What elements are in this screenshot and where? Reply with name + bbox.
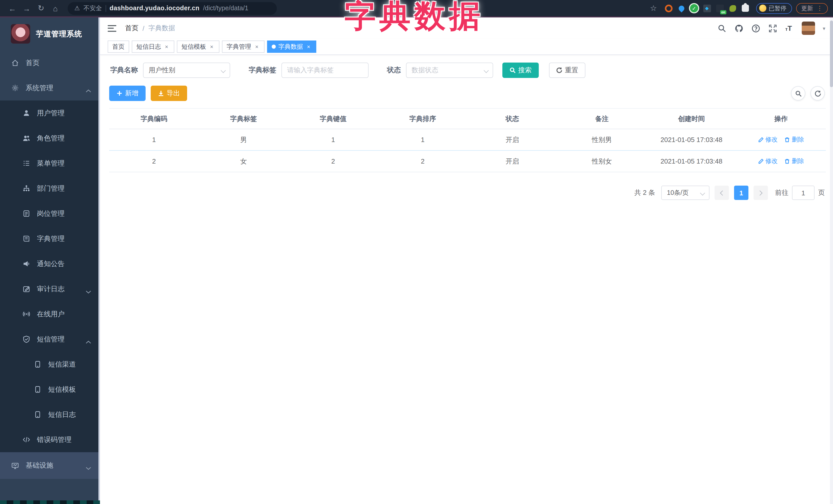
forward-icon[interactable]: → — [21, 4, 32, 13]
dict-data-table: 字典编码 字典标签 字典键值 字典排序 状态 备注 创建时间 操作 1 — [109, 108, 826, 172]
tab-dict-mgmt[interactable]: 字典管理× — [222, 41, 264, 53]
user-icon — [23, 109, 30, 117]
col-header: 字典标签 — [199, 109, 289, 129]
tab-home[interactable]: 首页 — [108, 41, 129, 53]
scrollbar-thumb[interactable] — [830, 21, 833, 87]
home-icon[interactable]: ⌂ — [50, 4, 61, 13]
table-row[interactable]: 2 女 2 2 开启 性别女 2021-01-05 17:03:48 修改 删除 — [109, 150, 826, 172]
sidebar-item-dict-mgmt[interactable]: 字典管理 — [0, 226, 100, 251]
github-icon[interactable] — [735, 24, 744, 33]
fullscreen-icon[interactable] — [768, 24, 778, 33]
home-icon — [11, 59, 19, 67]
status-select[interactable]: 数据状态 — [406, 63, 493, 78]
extension-leaf-icon[interactable] — [728, 4, 737, 13]
breadcrumb-current: 字典数据 — [148, 24, 175, 33]
extension-check-icon[interactable]: ✓ — [690, 4, 698, 13]
tab-sms-template[interactable]: 短信模板× — [177, 41, 219, 53]
delete-link[interactable]: 删除 — [785, 157, 804, 166]
export-button[interactable]: 导出 — [151, 86, 187, 101]
sidebar-item-audit-log[interactable]: 审计日志 — [0, 277, 100, 302]
extension-diamond-icon[interactable]: ◆ — [703, 4, 711, 13]
page-size-select[interactable]: 10条/页 — [661, 186, 710, 200]
page-suffix: 页 — [818, 188, 825, 197]
breadcrumb-home[interactable]: 首页 — [125, 24, 138, 33]
bookmark-star-icon[interactable]: ☆ — [650, 4, 657, 13]
sidebar-item-label: 部门管理 — [37, 184, 65, 193]
cell-actions: 修改 删除 — [736, 129, 826, 150]
sidebar-item-sms-template[interactable]: 短信模板 — [0, 377, 100, 402]
chevron-down-icon — [484, 68, 489, 73]
goto-page-input[interactable] — [792, 186, 814, 200]
collapse-sidebar-icon[interactable] — [108, 25, 116, 31]
table-toolbar: 新增 导出 — [109, 86, 826, 101]
monitor-icon — [11, 462, 19, 470]
paused-label: 已暂停 — [769, 4, 786, 12]
refresh-icon — [814, 90, 821, 97]
avatar-caret-icon[interactable]: ▾ — [823, 25, 825, 31]
profile-paused-chip[interactable]: 已暂停 — [756, 3, 792, 14]
sidebar-item-menu-mgmt[interactable]: 菜单管理 — [0, 151, 100, 176]
delete-link[interactable]: 删除 — [785, 135, 804, 144]
sidebar-item-post-mgmt[interactable]: 岗位管理 — [0, 201, 100, 226]
breadcrumb-separator: / — [143, 24, 144, 32]
sidebar-item-online-users[interactable]: 在线用户 — [0, 302, 100, 327]
sidebar-item-home[interactable]: 首页 — [0, 50, 100, 75]
sidebar-item-sms-mgmt[interactable]: 短信管理 — [0, 327, 100, 352]
extension-on-icon[interactable]: on — [715, 4, 724, 13]
address-bar[interactable]: ⚠ 不安全 dashboard.yudao.iocoder.cn/dict/ty… — [68, 2, 277, 15]
close-tab-icon[interactable]: × — [254, 44, 260, 50]
sidebar-item-errcode-mgmt[interactable]: 错误码管理 — [0, 427, 100, 452]
dict-name-select[interactable]: 用户性别 — [143, 63, 230, 78]
cell-code: 2 — [109, 150, 199, 172]
cell-tag: 女 — [199, 150, 289, 172]
update-button[interactable]: 更新 ⋮ — [796, 3, 828, 14]
current-page-button[interactable]: 1 — [734, 186, 748, 200]
refresh-table-button[interactable] — [810, 86, 825, 100]
sidebar-item-system[interactable]: 系统管理 — [0, 75, 100, 100]
col-header: 字典排序 — [378, 109, 468, 129]
online-icon — [23, 310, 30, 318]
help-icon[interactable] — [752, 24, 761, 33]
pagination: 共 2 条 10条/页 1 前往 页 — [109, 186, 826, 200]
org-tree-icon — [23, 185, 30, 192]
tab-sms-log[interactable]: 短信日志× — [132, 41, 174, 53]
font-size-icon[interactable]: тT — [785, 24, 792, 32]
toggle-search-button[interactable] — [791, 86, 805, 100]
extension-drop-icon[interactable] — [677, 4, 686, 13]
edit-link[interactable]: 修改 — [758, 135, 778, 144]
add-button[interactable]: 新增 — [109, 86, 146, 101]
page-scrollbar[interactable] — [830, 18, 833, 504]
sidebar-item-dept-mgmt[interactable]: 部门管理 — [0, 176, 100, 201]
browser-menu-kebab-icon[interactable]: ⋮ — [816, 5, 823, 12]
sidebar-item-user-mgmt[interactable]: 用户管理 — [0, 100, 100, 126]
sidebar-item-infra[interactable]: 基础设施 — [0, 452, 100, 479]
gear-icon — [11, 84, 19, 92]
dict-tag-input[interactable]: 请输入字典标签 — [281, 63, 368, 78]
user-avatar[interactable] — [802, 22, 815, 35]
close-tab-icon[interactable]: × — [209, 44, 215, 50]
logo-row[interactable]: 芋道管理系统 — [0, 18, 100, 50]
sidebar: 芋道管理系统 首页 系统管理 用户管理 角色管理 菜单管理 — [0, 18, 100, 504]
back-icon[interactable]: ← — [7, 4, 18, 13]
prev-page-button[interactable] — [715, 186, 729, 200]
edit-link[interactable]: 修改 — [758, 157, 778, 166]
sidebar-item-label: 错误码管理 — [37, 435, 72, 444]
sidebar-item-role-mgmt[interactable]: 角色管理 — [0, 126, 100, 151]
col-header: 字典编码 — [109, 109, 199, 129]
sidebar-item-sms-log[interactable]: 短信日志 — [0, 402, 100, 427]
sidebar-item-notice[interactable]: 通知公告 — [0, 251, 100, 277]
sidebar-item-sms-channel[interactable]: 短信渠道 — [0, 352, 100, 377]
sidebar-item-label: 审计日志 — [37, 284, 65, 293]
next-page-button[interactable] — [754, 186, 768, 200]
close-tab-icon[interactable]: × — [164, 44, 170, 50]
reload-icon[interactable]: ↻ — [35, 4, 47, 13]
extensions-puzzle-icon[interactable] — [741, 4, 750, 13]
page-content: 字典名称 用户性别 字典标签 请输入字典标签 状态 数据状态 — [100, 55, 833, 504]
tab-dict-data[interactable]: 字典数据× — [267, 41, 316, 53]
search-icon[interactable] — [718, 24, 727, 33]
search-button[interactable]: 搜索 — [502, 63, 539, 78]
extension-ring-icon[interactable] — [664, 4, 673, 13]
reset-button[interactable]: 重置 — [549, 63, 586, 78]
close-tab-icon[interactable]: × — [306, 44, 312, 50]
table-row[interactable]: 1 男 1 1 开启 性别男 2021-01-05 17:03:48 修改 删除 — [109, 129, 826, 150]
